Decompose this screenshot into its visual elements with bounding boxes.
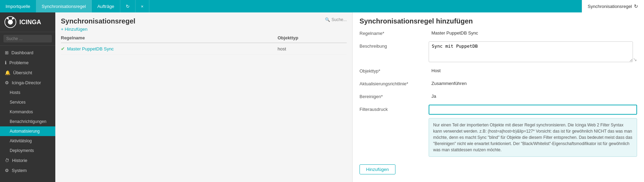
form-row-aktualisierungsrichtlinie: Aktualisierungsrichtlinie* Zusammenführe… <box>360 79 637 88</box>
top-tab-bar: Importquelle Synchronisationsregel Auftr… <box>0 0 644 12</box>
submit-button[interactable]: Hinzufügen <box>360 164 395 174</box>
search-icon: 🔍 <box>325 17 330 22</box>
tab-importquelle[interactable]: Importquelle <box>0 0 36 12</box>
sidebar: ICINGA ⊞ Dashboard ℹ Probleme 🔔 Übersich… <box>0 12 55 182</box>
sidebar-search-area <box>0 32 55 46</box>
row-type: host <box>278 46 347 51</box>
tab-auftraege[interactable]: Aufträge <box>92 0 120 12</box>
tab-sync-right[interactable]: Synchronisationsregel ↻ <box>582 0 644 12</box>
sidebar-item-uebersicht[interactable]: 🔔 Übersicht <box>0 68 55 78</box>
left-panel: Synchronisationsregel 🔍 Suche... + Hinzu… <box>55 12 353 182</box>
sidebar-item-system[interactable]: ⚙ System <box>0 165 55 175</box>
logo-text: ICINGA <box>19 19 41 26</box>
sidebar-item-label-aktivitaetslog: Aktivitätslog <box>10 138 32 143</box>
label-bereinigen: Bereinigen* <box>360 92 429 99</box>
sidebar-item-label-probleme: Probleme <box>9 60 29 65</box>
table-row[interactable]: ✔ Master PuppetDB Sync host <box>61 43 347 55</box>
form-row-bereinigen: Bereinigen* Ja <box>360 92 637 100</box>
add-link[interactable]: + Hinzufügen <box>55 25 352 33</box>
tab-sync-right-label: Synchronisationsregel <box>588 4 632 9</box>
table-header: Regelname Objekttyp <box>61 33 347 43</box>
form-row-regelname: Regelname* Master PuppetDB Sync <box>360 29 637 37</box>
form-row-beschreibung: Beschreibung Sync mit PuppetDB ↘ <box>360 41 637 62</box>
sidebar-search-input[interactable] <box>3 35 52 42</box>
sidebar-item-label-benachrichtigungen: Benachrichtigungen <box>10 119 46 124</box>
sidebar-item-label-uebersicht: Übersicht <box>13 70 32 75</box>
right-panel-title: Synchronisationsregel hinzufügen <box>353 12 644 29</box>
value-objekttyp: Host <box>429 66 444 75</box>
sidebar-item-label-historie: Historie <box>12 158 27 163</box>
sidebar-nav: ⊞ Dashboard ℹ Probleme 🔔 Übersicht ⚙ Ici… <box>0 46 55 178</box>
left-panel-title: Synchronisationsregel <box>61 17 136 25</box>
info-icon: ℹ <box>5 60 7 65</box>
form-area: Regelname* Master PuppetDB Sync Beschrei… <box>353 29 644 161</box>
sidebar-item-aktivitaetslog[interactable]: Aktivitätslog <box>0 136 55 146</box>
sidebar-item-kommandos[interactable]: Kommandos <box>0 107 55 117</box>
sidebar-item-label-services: Services <box>10 100 26 105</box>
refresh-icon: ↻ <box>126 4 130 9</box>
form-row-objekttyp: Objekttyp* Host <box>360 66 637 75</box>
textarea-beschreibung[interactable]: Sync mit PuppetDB <box>429 41 633 62</box>
value-aktualisierungsrichtlinie: Zusammenführen <box>429 79 469 88</box>
tab-synchronisationsregel[interactable]: Synchronisationsregel <box>36 0 92 12</box>
sidebar-item-icinga-director[interactable]: ⚙ Icinga-Director <box>0 78 55 88</box>
hint-filterausdruck: Nur einen Teil der importierten Objekte … <box>429 118 637 157</box>
col-header-objekttyp: Objekttyp <box>278 35 347 40</box>
value-regelname: Master PuppetDB Sync <box>429 29 481 37</box>
sidebar-item-benachrichtigungen[interactable]: Benachrichtigungen <box>0 117 55 126</box>
icinga-logo <box>4 16 17 28</box>
content-split: Synchronisationsregel 🔍 Suche... + Hinzu… <box>55 12 644 182</box>
sidebar-item-label-dashboard: Dashboard <box>11 50 34 55</box>
sidebar-item-dashboard[interactable]: ⊞ Dashboard <box>0 48 55 58</box>
tab-importquelle-label: Importquelle <box>6 4 30 9</box>
logo-area: ICINGA <box>0 12 55 32</box>
label-aktualisierungsrichtlinie: Aktualisierungsrichtlinie* <box>360 79 429 86</box>
sidebar-item-automatisierung[interactable]: Automatisierung <box>0 126 55 136</box>
label-filterausdruck: Filterausdruck <box>360 105 429 112</box>
sidebar-item-label-system: System <box>12 168 27 173</box>
gear-icon: ⚙ <box>5 168 9 173</box>
sidebar-item-label-director: Icinga-Director <box>12 80 41 85</box>
row-name-text: Master PuppetDB Sync <box>67 46 114 51</box>
left-panel-search[interactable]: 🔍 Suche... <box>325 17 347 22</box>
close-icon: × <box>141 4 144 9</box>
label-objekttyp: Objekttyp* <box>360 66 429 74</box>
label-beschreibung: Beschreibung <box>360 41 429 49</box>
bell-icon: 🔔 <box>5 70 10 75</box>
tab-synchronisationsregel-label: Synchronisationsregel <box>42 4 86 9</box>
tab-refresh1[interactable]: ↻ <box>120 0 136 12</box>
clock-icon: ⏱ <box>5 158 9 163</box>
form-row-filterausdruck: Filterausdruck Nur einen Teil der import… <box>360 105 637 157</box>
check-icon: ✔ <box>61 46 65 51</box>
input-filterausdruck[interactable] <box>429 105 637 115</box>
col-header-regelname: Regelname <box>61 35 278 40</box>
left-panel-header: Synchronisationsregel 🔍 Suche... <box>55 12 352 25</box>
table-area: Regelname Objekttyp ✔ Master PuppetDB Sy… <box>55 33 352 55</box>
sidebar-item-label-deployments: Deployments <box>10 148 34 153</box>
tab-auftraege-label: Aufträge <box>97 4 114 9</box>
sidebar-item-deployments[interactable]: Deployments <box>0 146 55 155</box>
row-name: ✔ Master PuppetDB Sync <box>61 46 278 51</box>
tab-close[interactable]: × <box>136 0 150 12</box>
grid-icon: ⊞ <box>5 50 9 55</box>
sidebar-item-label-automatisierung: Automatisierung <box>10 129 40 134</box>
sidebar-item-probleme[interactable]: ℹ Probleme <box>0 58 55 68</box>
main-layout: ICINGA ⊞ Dashboard ℹ Probleme 🔔 Übersich… <box>0 12 644 182</box>
sidebar-item-historie[interactable]: ⏱ Historie <box>0 155 55 165</box>
sidebar-item-services[interactable]: Services <box>0 97 55 107</box>
label-regelname: Regelname* <box>360 29 429 36</box>
sidebar-item-hosts[interactable]: Hosts <box>0 88 55 97</box>
sidebar-item-label-hosts: Hosts <box>10 90 20 95</box>
refresh-icon-right[interactable]: ↻ <box>634 3 638 9</box>
value-bereinigen: Ja <box>429 92 439 100</box>
search-placeholder: Suche... <box>332 17 347 22</box>
add-label: + Hinzufügen <box>61 27 87 32</box>
settings-icon: ⚙ <box>5 80 9 85</box>
right-panel: Synchronisationsregel hinzufügen Regelna… <box>353 12 644 182</box>
sidebar-item-label-kommandos: Kommandos <box>10 109 33 114</box>
btn-row: Hinzufügen <box>353 161 644 180</box>
